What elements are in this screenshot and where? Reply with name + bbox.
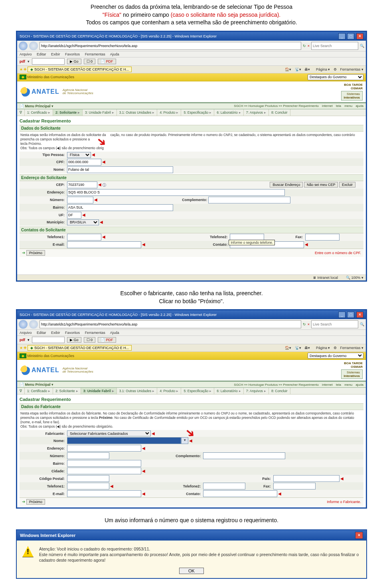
wf-concluir[interactable]: 8: Concluir: [269, 109, 290, 116]
favorites-star-icon[interactable]: ★: [20, 346, 23, 350]
pdf-go-button[interactable]: ▶ Go: [67, 59, 81, 64]
telefone1-field[interactable]: [67, 234, 101, 241]
link-tela[interactable]: tela: [336, 104, 341, 108]
numero-field[interactable]: [67, 197, 93, 203]
menu-exibir[interactable]: Exibir: [51, 52, 60, 56]
sistemas-box[interactable]: SistemasInterativos: [341, 91, 363, 101]
cpf-field[interactable]: [67, 159, 101, 166]
pdf-pdf-button[interactable]: 📄 PDF: [98, 59, 116, 64]
menu-exibir[interactable]: Exibir: [51, 331, 60, 335]
proximo-button[interactable]: Próximo: [26, 499, 45, 505]
forward-button[interactable]: [29, 41, 38, 50]
menu-principal-label[interactable]: Menu Principal: [25, 104, 51, 108]
alert-ok-button[interactable]: OK: [179, 568, 204, 574]
wf-certificado[interactable]: 1: Certificado▸: [25, 388, 53, 394]
link-menu[interactable]: menu: [344, 104, 352, 108]
add-favorite-icon[interactable]: ✚: [24, 67, 27, 71]
bairro-field[interactable]: [67, 204, 173, 211]
wf-outras[interactable]: 3.1: Outras Unidades▸: [117, 388, 157, 394]
sistemas-box[interactable]: SistemasInterativos: [341, 369, 363, 379]
tipo-pessoa-select[interactable]: Física: [67, 152, 91, 158]
pdf-dropdown[interactable]: [32, 337, 65, 343]
excluir-button[interactable]: Excluir: [339, 182, 355, 187]
wf-espec[interactable]: 5: Especificação▸: [181, 109, 214, 116]
menu-editar[interactable]: Editar: [37, 331, 46, 335]
endereco-fab-field[interactable]: [67, 445, 141, 452]
menu-arquivo[interactable]: Arquivo: [20, 331, 32, 335]
minimize-button[interactable]: _: [338, 312, 345, 318]
back-button[interactable]: [19, 41, 28, 50]
menu-favoritos[interactable]: Favoritos: [65, 52, 80, 56]
complemento-field[interactable]: [208, 197, 290, 203]
wf-espec[interactable]: 5: Especificação▸: [181, 388, 214, 394]
nao-sei-cep-button[interactable]: Não sei meu CEP: [304, 182, 338, 187]
wf-arquivos[interactable]: 7: Arquivos▸: [244, 109, 269, 116]
page-menu[interactable]: Página ▾: [314, 67, 330, 71]
bairro-fab-field[interactable]: [67, 460, 141, 467]
wf-produto[interactable]: 4: Produto▸: [157, 388, 181, 394]
tools-menu[interactable]: ⚙ Ferramentas ▾: [334, 67, 363, 71]
municipio-select[interactable]: BRASILIA: [67, 219, 99, 225]
telefone2-fab-field[interactable]: [203, 483, 245, 489]
wf-solicitante[interactable]: 2: Solicitante▸: [53, 109, 83, 116]
pdf-zero-button[interactable]: ☐ 0: [84, 59, 96, 64]
uf-field[interactable]: [67, 212, 81, 219]
wf-outras[interactable]: 3.1: Outras Unidades▸: [117, 109, 157, 116]
pdf-pdf-button[interactable]: 📄 PDF: [98, 337, 116, 343]
cep-field[interactable]: [67, 182, 97, 188]
codpostal-field[interactable]: [67, 475, 109, 482]
email-field[interactable]: [67, 241, 141, 248]
home-icon[interactable]: 🏠▾: [285, 67, 291, 71]
menu-ferramentas[interactable]: Ferramentas: [85, 331, 105, 335]
nome-dropdown-arrow[interactable]: ▾: [181, 437, 188, 444]
feeds-icon[interactable]: 📡▾: [295, 67, 301, 71]
menu-ajuda[interactable]: Ajuda: [110, 331, 119, 335]
url-field[interactable]: [39, 42, 301, 50]
pdf-zero-button[interactable]: ☐ 0: [84, 337, 96, 343]
print-icon[interactable]: 🖶▾: [304, 346, 310, 350]
search-field[interactable]: [311, 320, 358, 328]
cidade-fab-field[interactable]: [67, 468, 141, 474]
wf-unidade[interactable]: 3: Unidade Fabril▸: [81, 388, 117, 394]
url-field[interactable]: [39, 320, 301, 328]
stop-icon[interactable]: ×: [308, 322, 310, 326]
destaques-select[interactable]: Destaques do Governo: [308, 74, 363, 80]
destaques-select[interactable]: Destaques do Governo: [308, 353, 363, 359]
add-favorite-icon[interactable]: ✚: [24, 346, 27, 350]
email-fab-field[interactable]: [67, 490, 141, 497]
wf-lab[interactable]: 6: Laboratório▸: [214, 388, 243, 394]
home-icon[interactable]: 🏠▾: [285, 346, 291, 350]
menu-editar[interactable]: Editar: [37, 52, 46, 56]
wf-arquivos[interactable]: 7: Arquivos▸: [244, 388, 269, 394]
wf-solicitante[interactable]: 2: Solicitante▸: [53, 388, 81, 394]
refresh-icon[interactable]: ↻: [303, 44, 306, 48]
stop-icon[interactable]: ×: [308, 44, 310, 48]
proximo-button[interactable]: Próximo: [26, 250, 45, 256]
close-button[interactable]: ×: [356, 33, 363, 39]
nome-fabricante-field[interactable]: [67, 437, 181, 444]
forward-button[interactable]: [29, 320, 38, 329]
link-ajuda[interactable]: ajuda: [355, 104, 363, 108]
pais-field[interactable]: [273, 475, 340, 482]
fax-fab-field[interactable]: [273, 483, 316, 489]
telefone1-fab-field[interactable]: [67, 483, 109, 489]
browser-tab[interactable]: ◆ SGCH - SISTEMA DE GESTÃO DE CERTIFICAÇ…: [28, 345, 132, 351]
menu-ferramentas[interactable]: Ferramentas: [85, 52, 105, 56]
tools-menu[interactable]: ⚙ Ferramentas ▾: [334, 346, 363, 350]
contato-fab-field[interactable]: [203, 490, 277, 497]
back-button[interactable]: [19, 320, 28, 329]
wf-concluir[interactable]: 8: Concluir: [269, 388, 290, 394]
fabricante-select[interactable]: Selecionar Fabricantes Cadastrados: [67, 430, 151, 436]
minimize-button[interactable]: _: [338, 33, 345, 39]
wf-lab[interactable]: 6: Laboratório▸: [214, 109, 243, 116]
menu-favoritos[interactable]: Favoritos: [65, 331, 80, 335]
search-go-icon[interactable]: 🔍: [360, 44, 364, 48]
fax-field[interactable]: [305, 234, 340, 241]
cep-help-icon[interactable]: ⓘ: [103, 183, 106, 187]
buscar-endereco-button[interactable]: Buscar Endereço: [270, 182, 303, 187]
wf-unidade[interactable]: 3: Unidade Fabril▸: [83, 109, 117, 116]
refresh-icon[interactable]: ↻: [303, 322, 306, 326]
menu-arquivo[interactable]: Arquivo: [20, 52, 32, 56]
nome-field[interactable]: [67, 166, 173, 173]
browser-tab[interactable]: ◆ SGCH - SISTEMA DE GESTÃO DE CERTIFICAÇ…: [28, 67, 132, 72]
